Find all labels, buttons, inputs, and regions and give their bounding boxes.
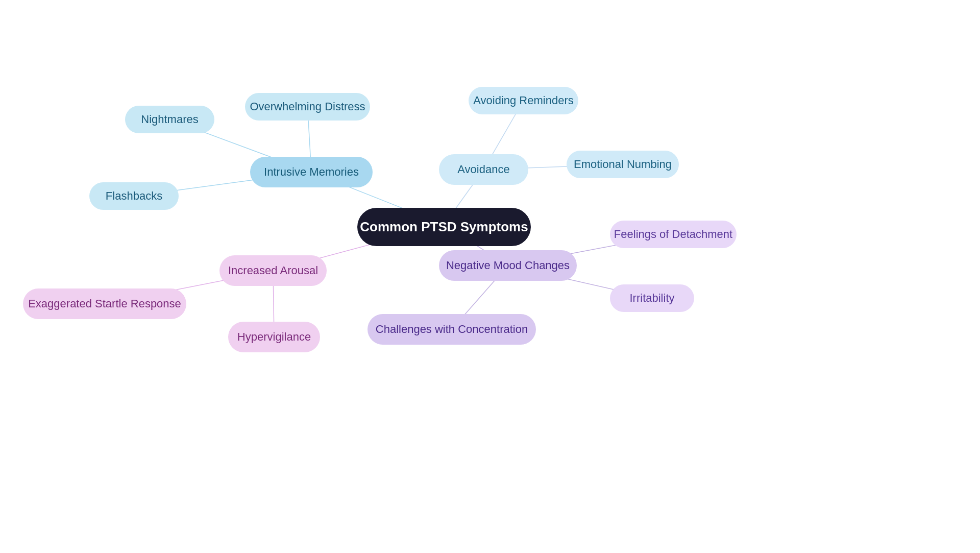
node-nightmares: Nightmares xyxy=(125,106,214,133)
center-node: Common PTSD Symptoms xyxy=(357,208,531,246)
node-overwhelming_distress: Overwhelming Distress xyxy=(245,93,370,121)
node-flashbacks: Flashbacks xyxy=(89,182,179,210)
node-feelings_detachment: Feelings of Detachment xyxy=(610,221,737,248)
node-emotional_numbing: Emotional Numbing xyxy=(567,151,679,178)
node-exaggerated_startle: Exaggerated Startle Response xyxy=(23,288,186,319)
node-avoidance: Avoidance xyxy=(439,154,528,185)
node-intrusive_memories: Intrusive Memories xyxy=(250,157,373,187)
node-negative_mood: Negative Mood Changes xyxy=(439,250,577,281)
mind-map: Common PTSD SymptomsIntrusive MemoriesNi… xyxy=(0,0,980,553)
node-challenges_concentration: Challenges with Concentration xyxy=(368,314,536,345)
node-avoiding_reminders: Avoiding Reminders xyxy=(469,87,578,114)
node-hypervigilance: Hypervigilance xyxy=(228,322,320,352)
node-irritability: Irritability xyxy=(610,284,694,312)
node-increased_arousal: Increased Arousal xyxy=(219,255,327,286)
